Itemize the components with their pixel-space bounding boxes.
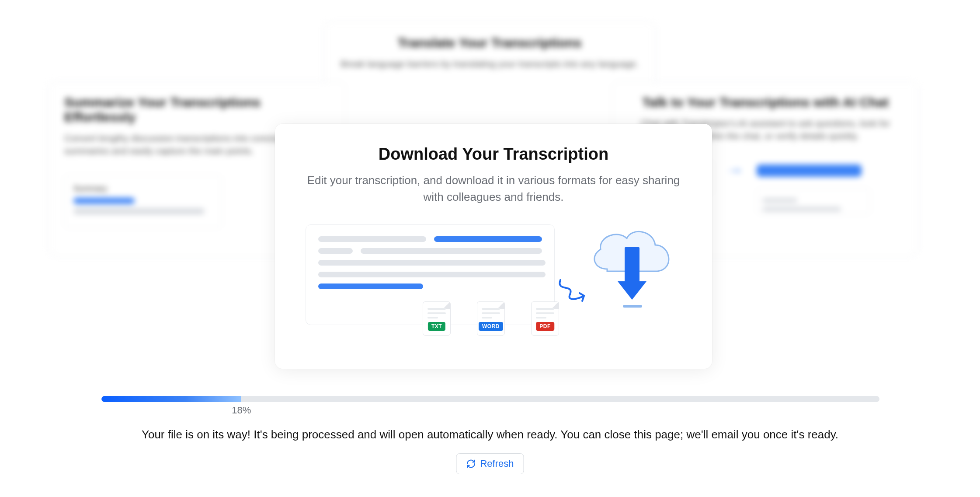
cloud-download-icon — [581, 221, 681, 317]
format-pdf: PDF — [531, 301, 559, 336]
bg-card-translate-title: Translate Your Transcriptions — [340, 35, 639, 50]
processing-status-text: Your file is on its way! It's being proc… — [142, 428, 838, 441]
refresh-icon — [466, 459, 476, 469]
bg-card-summarize-title: Summarize Your Transcriptions Effortless… — [64, 95, 329, 125]
bg-card-chat-title: Talk to Your Transcriptions with AI Chat — [628, 95, 903, 110]
format-txt: TXT — [423, 301, 451, 336]
bg-card-translate-subtitle: Break language barriers by translating y… — [340, 57, 639, 70]
progress-percent-label: 18% — [232, 405, 251, 416]
format-badges: TXT WORD PDF — [423, 301, 559, 336]
progress-bar: 18% — [101, 396, 879, 402]
progress-fill — [101, 396, 241, 402]
download-transcription-card: Download Your Transcription Edit your tr… — [275, 124, 712, 369]
svg-rect-0 — [625, 247, 639, 282]
main-card-subtitle: Edit your transcription, and download it… — [301, 172, 686, 205]
svg-rect-1 — [623, 305, 642, 308]
refresh-button[interactable]: Refresh — [456, 453, 524, 474]
refresh-button-label: Refresh — [480, 458, 514, 469]
format-word: WORD — [477, 301, 505, 336]
download-illustration: TXT WORD PDF — [306, 224, 681, 334]
progress-track — [101, 396, 879, 402]
main-card-title: Download Your Transcription — [379, 145, 608, 164]
